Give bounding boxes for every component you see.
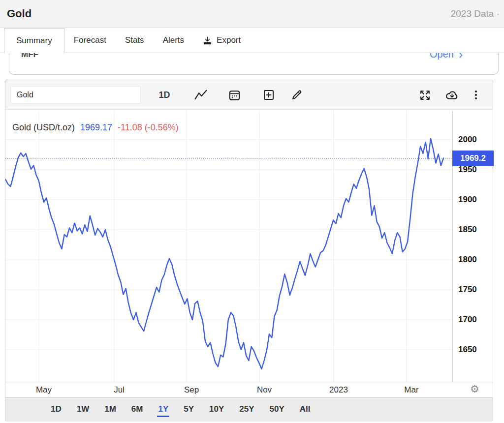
tab-summary[interactable]: Summary bbox=[4, 28, 64, 53]
y-axis-label: 1650 bbox=[458, 345, 477, 355]
tab-export[interactable]: Export bbox=[193, 28, 250, 53]
download-icon bbox=[203, 36, 212, 45]
draw-button[interactable] bbox=[288, 87, 305, 103]
chart-style-button[interactable] bbox=[192, 87, 209, 103]
open-link[interactable]: Open › bbox=[430, 53, 463, 60]
x-axis-label: Jul bbox=[114, 385, 125, 395]
calendar-icon bbox=[228, 89, 241, 101]
range-button-all[interactable]: All bbox=[299, 402, 312, 417]
open-link-label: Open bbox=[430, 53, 454, 60]
x-axis-label: Mar bbox=[404, 385, 418, 395]
tab-stats[interactable]: Stats bbox=[116, 28, 154, 53]
header-data-note: 2023 Data - bbox=[451, 8, 500, 19]
line-chart-icon bbox=[194, 89, 207, 101]
plus-square-icon bbox=[263, 89, 275, 101]
page-header: Gold 2023 Data - bbox=[0, 0, 504, 28]
tab-forecast[interactable]: Forecast bbox=[64, 28, 116, 53]
cloud-download-icon bbox=[444, 89, 460, 101]
tab-label: Stats bbox=[125, 35, 144, 45]
tab-label: Export bbox=[217, 35, 241, 45]
range-button-25y[interactable]: 25Y bbox=[238, 402, 255, 417]
page-title: Gold bbox=[7, 7, 32, 20]
range-bar: 1D1W1M6M1Y5Y10Y25Y50YAll bbox=[5, 397, 493, 422]
range-button-1w[interactable]: 1W bbox=[76, 402, 91, 417]
interval-label: 1D bbox=[158, 90, 170, 100]
y-axis-label: 1800 bbox=[458, 255, 477, 265]
peek-card-label: MFF bbox=[21, 53, 38, 60]
y-axis-label: 1750 bbox=[458, 285, 477, 295]
save-image-button[interactable] bbox=[443, 87, 460, 103]
fullscreen-button[interactable] bbox=[416, 87, 433, 103]
kebab-menu-icon bbox=[470, 89, 482, 101]
range-button-10y[interactable]: 10Y bbox=[208, 402, 225, 417]
range-button-1m[interactable]: 1M bbox=[103, 402, 117, 417]
chart-widget: 1D bbox=[5, 80, 493, 422]
peek-card: MFF Open › bbox=[9, 53, 499, 75]
chevron-right-icon: › bbox=[459, 53, 463, 60]
range-button-1y[interactable]: 1Y bbox=[157, 402, 169, 417]
chart-toolbar: 1D bbox=[5, 80, 493, 110]
x-axis-label: Nov bbox=[257, 385, 272, 395]
range-button-6m[interactable]: 6M bbox=[130, 402, 144, 417]
last-price-tag: 1969.2 bbox=[452, 151, 494, 166]
more-menu-button[interactable] bbox=[468, 87, 484, 103]
y-axis-label: 1950 bbox=[458, 165, 477, 175]
y-axis-label: 1900 bbox=[458, 195, 477, 205]
tab-label: Forecast bbox=[74, 35, 106, 45]
x-axis[interactable]: ⚙ MayJulSepNov2023Mar bbox=[5, 382, 493, 397]
tab-label: Summary bbox=[16, 36, 52, 46]
price-line-chart[interactable] bbox=[5, 111, 452, 382]
add-indicator-button[interactable] bbox=[260, 87, 277, 103]
tab-alerts[interactable]: Alerts bbox=[154, 28, 193, 53]
x-axis-label: Sep bbox=[184, 385, 199, 395]
range-button-50y[interactable]: 50Y bbox=[269, 402, 285, 417]
y-axis-label: 1700 bbox=[458, 315, 477, 325]
range-button-5y[interactable]: 5Y bbox=[183, 402, 195, 417]
x-axis-label: 2023 bbox=[329, 385, 348, 395]
calendar-button[interactable] bbox=[226, 87, 243, 103]
x-axis-label: May bbox=[36, 385, 52, 395]
interval-button[interactable]: 1D bbox=[156, 87, 173, 103]
pencil-icon bbox=[291, 89, 303, 101]
y-axis-label: 1850 bbox=[458, 225, 477, 235]
tab-label: Alerts bbox=[163, 35, 184, 45]
y-axis-label: 2000 bbox=[458, 135, 477, 145]
tab-bar: Summary Forecast Stats Alerts Export bbox=[0, 28, 504, 53]
symbol-search-input[interactable] bbox=[10, 86, 141, 104]
gear-icon[interactable]: ⚙ bbox=[470, 383, 479, 395]
price-line-series bbox=[5, 139, 443, 369]
range-button-1d[interactable]: 1D bbox=[50, 402, 63, 417]
fullscreen-icon bbox=[419, 89, 431, 101]
